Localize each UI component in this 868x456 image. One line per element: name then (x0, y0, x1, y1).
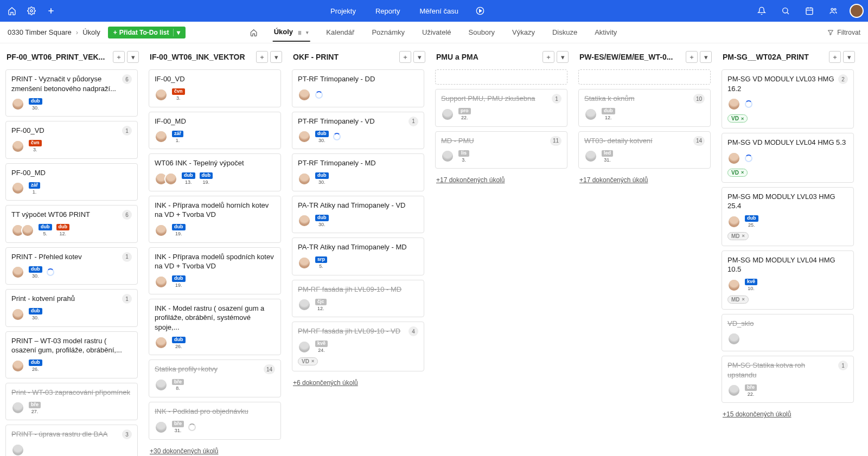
card-tag[interactable]: VD× (727, 169, 748, 177)
nav-tab-timetrack[interactable]: Měření času (417, 2, 461, 21)
tab-poznamky[interactable]: Poznámky (371, 23, 406, 41)
column-add-button[interactable]: + (256, 51, 268, 63)
assignee-avatar[interactable] (11, 401, 24, 414)
column-add-button[interactable]: + (829, 51, 841, 63)
assignee-avatar[interactable] (155, 275, 168, 288)
task-card[interactable]: PT-RF Trimopanely - VD 1 dub 30. (292, 112, 424, 150)
task-card[interactable]: WT03- detaily kotvení 14 led 31. (578, 131, 711, 169)
column-menu-button[interactable]: ▾ (843, 51, 855, 63)
tag-remove-icon[interactable]: × (741, 170, 744, 175)
assignee-avatar[interactable] (727, 332, 741, 345)
completed-tasks-link[interactable]: +17 dokončených úkolů (435, 173, 506, 187)
tag-remove-icon[interactable]: × (742, 233, 745, 239)
card-placeholder[interactable] (435, 69, 567, 85)
column-title[interactable]: IF-00_WT06_INK_VEKTOR (150, 53, 256, 61)
nav-avatar[interactable] (850, 4, 864, 18)
task-card[interactable]: INK - Model rastru ( osazení gum a profi… (149, 299, 281, 356)
task-card[interactable]: PA-TR Atiky nad Trimopanely - MD srp 5. (292, 237, 424, 275)
assignee-avatar[interactable] (584, 150, 597, 163)
nav-tab-projects[interactable]: Projekty (328, 2, 358, 21)
assignee-avatar[interactable] (155, 378, 168, 391)
card-tag[interactable]: MD× (727, 232, 749, 240)
task-card[interactable]: PM-SG Statika kotva roh upstandu 1 bře 2… (722, 356, 854, 403)
task-card[interactable]: Support PMU, PMU zkušebna 1 pro 22. (435, 89, 567, 127)
assignee-avatar[interactable] (727, 384, 741, 397)
assignee-avatar[interactable] (11, 308, 24, 321)
assignee-avatar[interactable] (298, 214, 311, 227)
task-card[interactable]: VD_sklo (722, 314, 854, 352)
tabs-home-icon[interactable] (250, 29, 258, 36)
tag-remove-icon[interactable]: × (741, 116, 744, 121)
column-title[interactable]: PM-SG__WT02A_PRINT (723, 53, 829, 61)
crumb-section[interactable]: Úkoly (82, 28, 100, 36)
assignee-avatar[interactable] (155, 421, 168, 434)
task-card[interactable]: PRINT - Přehled kotev 1 dub 30. (5, 247, 138, 285)
tab-ukoly[interactable]: Úkoly ⫼ ▾ (273, 23, 310, 42)
column-add-button[interactable]: + (399, 51, 411, 63)
assignee-avatar[interactable] (11, 182, 24, 195)
add-todo-caret-icon[interactable]: ▾ (173, 29, 180, 36)
task-card[interactable]: IF-00_VD čvn 3. (149, 69, 281, 107)
task-card[interactable]: PM-SG VD MODULY LVL03 HMG 16.2 2 VD× (722, 69, 854, 129)
task-card[interactable]: TT výpočet WT06 PRINT 6 dub 5. dub 12. (5, 205, 138, 243)
task-card[interactable]: Statika k oknům 10 dub 12. (578, 89, 711, 127)
column-menu-button[interactable]: ▾ (557, 51, 569, 63)
task-card[interactable]: INK - Příprava modelů horních kotev na V… (149, 196, 281, 243)
assignee-avatar[interactable] (298, 130, 311, 143)
column-title[interactable]: OKF - PRINT (293, 53, 399, 61)
assignee-avatar[interactable] (164, 172, 177, 185)
tag-remove-icon[interactable]: × (311, 358, 314, 364)
task-card[interactable]: PM-RF fasáda jih LVL09-10 - MD čjc 12. (292, 280, 424, 318)
assignee-avatar[interactable] (298, 298, 311, 311)
filter-button[interactable]: Filtrovat (827, 29, 860, 36)
task-card[interactable]: PM-SG VD MODULY LVL04 HMG 5.3 VD× (722, 133, 854, 183)
column-menu-button[interactable]: ▾ (270, 51, 282, 63)
assignee-avatar[interactable] (584, 108, 597, 121)
assignee-avatar[interactable] (21, 224, 34, 237)
add-todo-list-button[interactable]: + Přidat To-Do list ▾ (108, 27, 186, 38)
assignee-avatar[interactable] (727, 152, 741, 165)
column-title[interactable]: PMU a PMA (436, 53, 542, 61)
task-card[interactable]: PM-SG MD MODULY LVL04 HMG 10.5 kvě 10. M… (722, 251, 854, 310)
assignee-avatar[interactable] (727, 215, 741, 228)
task-card[interactable]: PF-00_VD 1 čvn 3. (5, 121, 138, 159)
completed-tasks-link[interactable]: +30 dokončených úkolů (149, 444, 219, 456)
nav-home-icon[interactable] (4, 3, 20, 18)
completed-tasks-link[interactable]: +17 dokončených úkolů (578, 173, 649, 187)
nav-plus-icon[interactable] (43, 3, 59, 18)
column-menu-button[interactable]: ▾ (700, 51, 712, 63)
task-card[interactable]: IF-00_MD zář 1. (149, 112, 281, 150)
nav-calendar-icon[interactable] (802, 3, 817, 18)
completed-tasks-link[interactable]: +6 dokončených úkolů (292, 376, 359, 390)
assignee-avatar[interactable] (11, 140, 24, 153)
task-card[interactable]: Print - WT-03 zapracování připomínek bře… (5, 383, 138, 421)
tab-ukoly-caret-icon[interactable]: ▾ (306, 30, 309, 35)
task-card[interactable]: PT-RF Trimopanely - DD (292, 69, 424, 107)
assignee-avatar[interactable] (11, 98, 24, 111)
crumb-project[interactable]: 0330 Timber Square (8, 28, 72, 36)
nav-search-icon[interactable] (778, 3, 793, 18)
completed-tasks-link[interactable]: +15 dokončených úkolů (722, 407, 792, 421)
task-card[interactable]: Print - kotvení prahů 1 dub 30. (5, 289, 138, 327)
assignee-avatar[interactable] (298, 88, 311, 101)
assignee-avatar[interactable] (155, 88, 168, 101)
assignee-avatar[interactable] (155, 336, 168, 349)
tab-uzivatele[interactable]: Uživatelé (421, 23, 452, 41)
task-card[interactable]: PA-TR Atiky nad Trimopanely - VD dub 30. (292, 196, 424, 234)
nav-bell-icon[interactable] (754, 3, 769, 18)
task-card[interactable]: INK - Příprava modelů spodních kotev na … (149, 247, 281, 294)
nav-play-icon[interactable] (476, 7, 484, 15)
assignee-avatar[interactable] (11, 444, 24, 456)
task-card[interactable]: MD - PMU 11 lis 3. (435, 131, 567, 169)
column-menu-button[interactable]: ▾ (127, 51, 139, 63)
assignee-avatar[interactable] (298, 256, 311, 269)
tab-kalendar[interactable]: Kalendář (325, 23, 355, 41)
card-tag[interactable]: VD× (298, 357, 318, 365)
task-card[interactable]: PRINT - úprava rastru dle BAA 3 (5, 425, 138, 456)
task-card[interactable]: PM-SG MD MODULY LVL03 HMG 25.4 dub 25. M… (722, 187, 854, 246)
nav-people-icon[interactable] (826, 3, 841, 18)
column-add-button[interactable]: + (686, 51, 698, 63)
nav-tab-reports[interactable]: Reporty (373, 2, 403, 21)
card-tag[interactable]: MD× (727, 296, 749, 304)
tab-vykazy[interactable]: Výkazy (511, 23, 536, 41)
